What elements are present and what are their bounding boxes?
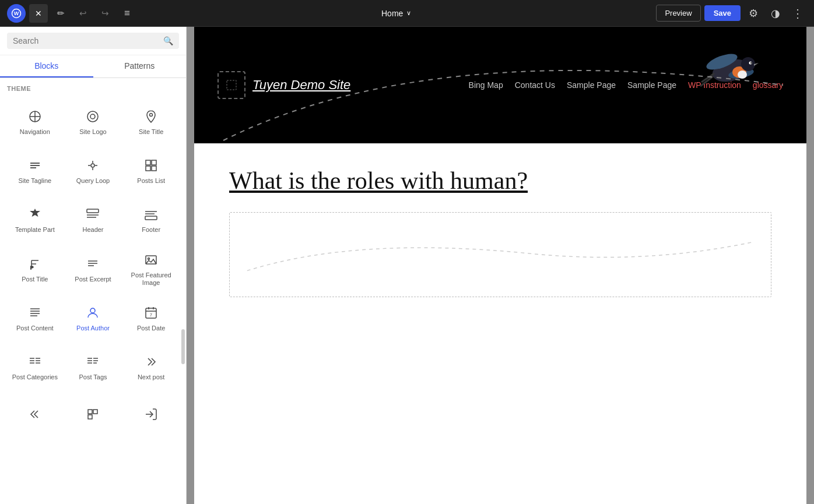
block-prev-post[interactable] — [7, 392, 63, 438]
svg-point-6 — [90, 114, 95, 119]
block-post-featured-image[interactable]: Post Featured Image — [123, 245, 179, 291]
page-name: Home — [381, 9, 403, 18]
wp-logo[interactable]: W — [7, 4, 26, 23]
svg-rect-57 — [227, 80, 236, 90]
block-post-author[interactable]: Post Author — [65, 294, 121, 340]
post-title-icon: P — [28, 256, 42, 272]
block-post-content[interactable]: Post Content — [7, 294, 63, 340]
block-post-categories[interactable]: Post Categories — [7, 343, 63, 389]
next-post-label: Next post — [138, 373, 164, 381]
tab-patterns[interactable]: Patterns — [93, 55, 187, 77]
reusable-icon — [86, 406, 100, 422]
svg-text:7: 7 — [150, 313, 152, 317]
topbar-right: Preview Save ⚙ ◑ ⋮ — [656, 4, 807, 23]
svg-rect-53 — [88, 410, 92, 414]
main-layout: 🔍 Blocks Patterns THEME Navigation — [0, 27, 814, 504]
block-query-loop[interactable]: Query Loop — [65, 147, 121, 193]
canvas-area: Tuyen Demo Site Bing Map Contact Us Samp… — [187, 27, 814, 504]
search-input[interactable] — [13, 36, 159, 45]
edit-button[interactable]: ✏ — [51, 4, 70, 23]
post-tags-icon — [86, 354, 100, 370]
query-loop-placeholder — [229, 212, 771, 297]
contrast-button[interactable]: ◑ — [766, 4, 785, 23]
site-title-icon — [144, 108, 158, 125]
block-next-post[interactable]: Next post — [123, 343, 179, 389]
svg-rect-16 — [87, 209, 99, 213]
settings-button[interactable]: ⚙ — [744, 4, 763, 23]
search-icon: 🔍 — [163, 36, 173, 45]
footer-label: Footer — [142, 226, 160, 234]
scrollbar-thumb[interactable] — [181, 329, 185, 364]
post-date-label: Post Date — [137, 325, 165, 332]
post-author-label: Post Author — [76, 325, 110, 332]
block-post-excerpt[interactable]: Post Excerpt — [65, 245, 121, 291]
post-categories-icon — [28, 354, 42, 370]
bird-illustration — [690, 38, 771, 99]
svg-rect-55 — [93, 410, 97, 414]
svg-rect-13 — [152, 160, 156, 165]
block-template-part[interactable]: Template Part — [7, 196, 63, 242]
block-site-title[interactable]: Site Title — [123, 98, 179, 144]
svg-rect-21 — [145, 216, 157, 220]
svg-point-35 — [90, 308, 95, 313]
navigation-label: Navigation — [20, 128, 50, 136]
header-icon — [86, 206, 100, 223]
block-post-title[interactable]: P Post Title — [7, 245, 63, 291]
redo-button[interactable]: ↪ — [96, 4, 114, 23]
block-site-logo[interactable]: Site Logo — [65, 98, 121, 144]
navigation-icon — [28, 108, 42, 125]
block-reusable[interactable] — [65, 392, 121, 438]
svg-rect-14 — [146, 166, 150, 171]
next-post-icon — [144, 354, 158, 370]
block-footer[interactable]: Footer — [123, 196, 179, 242]
undo-button[interactable]: ↩ — [73, 4, 92, 23]
blocks-section: THEME Navigation — [0, 78, 186, 504]
block-site-tagline[interactable]: Site Tagline — [7, 147, 63, 193]
topbar-center: Home ∨ — [136, 5, 656, 22]
preview-button[interactable]: Preview — [656, 5, 700, 22]
post-excerpt-label: Post Excerpt — [75, 276, 111, 283]
site-tagline-icon — [28, 157, 42, 174]
block-navigation[interactable]: Navigation — [7, 98, 63, 144]
svg-rect-12 — [146, 160, 150, 165]
nav-link-contact-us[interactable]: Contact Us — [515, 80, 555, 90]
svg-point-5 — [87, 111, 98, 122]
block-header[interactable]: Header — [65, 196, 121, 242]
svg-text:P: P — [30, 265, 33, 270]
post-title-label: Post Title — [22, 276, 48, 283]
login-icon — [144, 406, 158, 422]
posts-list-label: Posts List — [137, 177, 165, 185]
logo-box — [217, 71, 245, 99]
prev-post-icon — [28, 406, 42, 422]
close-button[interactable]: ✕ — [29, 4, 48, 23]
save-button[interactable]: Save — [704, 5, 741, 21]
dropdown-arrow-icon: ∨ — [406, 9, 411, 17]
query-loop-label: Query Loop — [76, 177, 110, 185]
block-login[interactable] — [123, 392, 179, 438]
list-view-button[interactable]: ≡ — [118, 4, 136, 23]
tab-blocks[interactable]: Blocks — [0, 55, 93, 77]
nav-link-sample-page-2[interactable]: Sample Page — [627, 80, 676, 90]
post-tags-label: Post Tags — [79, 373, 107, 381]
site-title: Tuyen Demo Site — [252, 77, 350, 93]
post-featured-image-label: Post Featured Image — [127, 272, 176, 287]
posts-list-icon — [144, 157, 158, 174]
block-post-date[interactable]: 7 Post Date — [123, 294, 179, 340]
block-post-tags[interactable]: Post Tags — [65, 343, 121, 389]
svg-point-11 — [91, 164, 94, 167]
search-wrapper: 🔍 — [7, 33, 179, 49]
nav-link-bing-map[interactable]: Bing Map — [469, 80, 503, 90]
post-content-label: Post Content — [16, 325, 54, 332]
site-logo-label: Site Logo — [79, 128, 106, 136]
page-dropdown[interactable]: Home ∨ — [376, 5, 417, 22]
site-logo-area: Tuyen Demo Site — [217, 71, 350, 99]
sidebar-search-area: 🔍 — [0, 27, 186, 55]
post-excerpt-icon — [86, 256, 100, 272]
post-title-heading: What is the roles with human? — [229, 167, 771, 195]
block-posts-list[interactable]: Posts List — [123, 147, 179, 193]
tabs-bar: Blocks Patterns — [0, 55, 186, 78]
nav-link-sample-page-1[interactable]: Sample Page — [567, 80, 616, 90]
site-logo-icon — [86, 108, 100, 125]
more-options-button[interactable]: ⋮ — [788, 4, 807, 23]
footer-icon — [144, 206, 158, 223]
